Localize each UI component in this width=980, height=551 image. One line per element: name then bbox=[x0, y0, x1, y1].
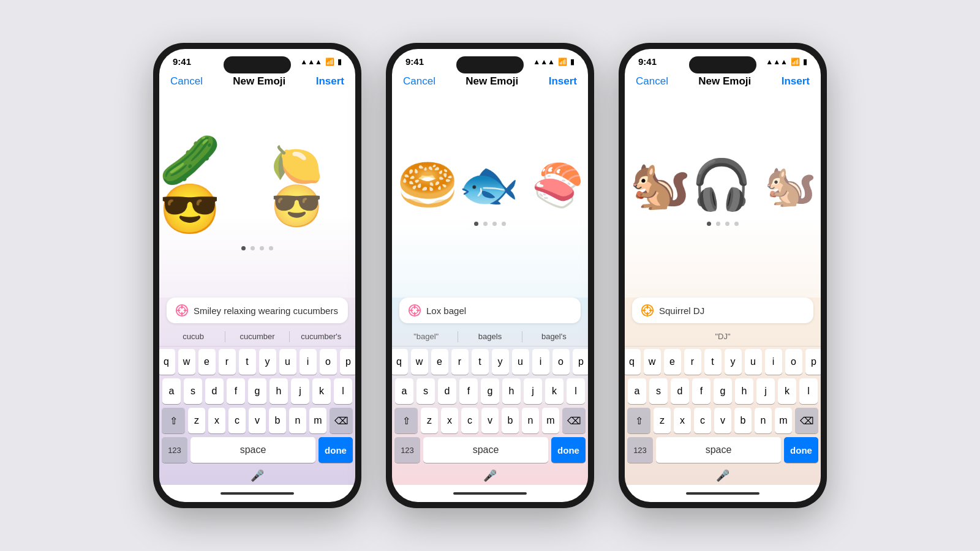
key-q-1[interactable]: q bbox=[159, 349, 175, 375]
key-g-3[interactable]: g bbox=[714, 378, 732, 404]
key-o-3[interactable]: o bbox=[785, 349, 802, 375]
key-y-3[interactable]: y bbox=[725, 349, 742, 375]
key-x-1[interactable]: x bbox=[208, 408, 225, 433]
key-e-1[interactable]: e bbox=[198, 349, 216, 375]
emoji-secondary-3[interactable]: 🐿️ bbox=[764, 164, 816, 206]
key-m-2[interactable]: m bbox=[542, 408, 559, 433]
key-a-2[interactable]: a bbox=[395, 378, 413, 404]
key-i-1[interactable]: i bbox=[300, 349, 317, 375]
dot-2-3[interactable] bbox=[502, 222, 506, 226]
dot-3-3[interactable] bbox=[734, 222, 739, 226]
key-s-3[interactable]: s bbox=[649, 378, 668, 404]
key-p-2[interactable]: p bbox=[573, 349, 589, 375]
key-q-3[interactable]: q bbox=[625, 349, 641, 375]
input-text-1[interactable]: Smiley relaxing wearing cucumbers bbox=[194, 305, 339, 316]
key-l-1[interactable]: l bbox=[334, 378, 352, 404]
delete-key-2[interactable]: ⌫ bbox=[562, 408, 586, 433]
key-d-2[interactable]: d bbox=[438, 378, 456, 404]
input-field-1[interactable]: Smiley relaxing wearing cucumbers bbox=[167, 298, 348, 323]
key-n-3[interactable]: n bbox=[755, 408, 772, 433]
autocomplete-1-0[interactable]: cucub bbox=[162, 331, 225, 342]
emoji-main-1[interactable]: 🥒😎 bbox=[159, 136, 258, 234]
key-b-3[interactable]: b bbox=[734, 408, 752, 433]
key-c-1[interactable]: c bbox=[228, 408, 246, 433]
cancel-button-2[interactable]: Cancel bbox=[403, 75, 435, 88]
key-i-3[interactable]: i bbox=[765, 349, 782, 375]
key-h-3[interactable]: h bbox=[735, 378, 753, 404]
key-t-1[interactable]: t bbox=[239, 349, 256, 375]
key-g-2[interactable]: g bbox=[481, 378, 499, 404]
autocomplete-2-1[interactable]: bagels bbox=[458, 331, 521, 342]
dot-2-1[interactable] bbox=[483, 222, 488, 226]
mic-icon-2[interactable]: 🎤 bbox=[483, 469, 497, 482]
input-text-3[interactable]: Squirrel DJ bbox=[659, 305, 805, 316]
key-j-2[interactable]: j bbox=[524, 378, 542, 404]
key-b-2[interactable]: b bbox=[502, 408, 519, 433]
key-e-3[interactable]: e bbox=[664, 349, 681, 375]
key-w-1[interactable]: w bbox=[178, 349, 195, 375]
key-r-3[interactable]: r bbox=[684, 349, 701, 375]
key-q-2[interactable]: q bbox=[392, 349, 408, 375]
dot-2-0[interactable] bbox=[474, 222, 478, 226]
dot-2-2[interactable] bbox=[492, 222, 497, 226]
done-key-2[interactable]: done bbox=[551, 437, 586, 463]
key-o-1[interactable]: o bbox=[320, 349, 337, 375]
key-m-1[interactable]: m bbox=[309, 408, 326, 433]
dot-3-1[interactable] bbox=[716, 222, 720, 226]
shift-key-1[interactable]: ⇧ bbox=[162, 408, 185, 433]
num-key-2[interactable]: 123 bbox=[394, 437, 420, 463]
delete-key-3[interactable]: ⌫ bbox=[795, 408, 818, 433]
key-a-1[interactable]: a bbox=[162, 378, 181, 404]
key-c-3[interactable]: c bbox=[694, 408, 711, 433]
key-h-1[interactable]: h bbox=[270, 378, 288, 404]
key-z-1[interactable]: z bbox=[188, 408, 205, 433]
key-v-3[interactable]: v bbox=[714, 408, 731, 433]
key-m-3[interactable]: m bbox=[775, 408, 792, 433]
input-text-2[interactable]: Lox bagel bbox=[426, 305, 572, 316]
insert-button-1[interactable]: Insert bbox=[316, 75, 344, 88]
key-z-3[interactable]: z bbox=[654, 408, 671, 433]
autocomplete-3-0[interactable]: "DJ" bbox=[627, 331, 818, 342]
key-n-2[interactable]: n bbox=[522, 408, 539, 433]
dot-1-2[interactable] bbox=[260, 246, 264, 250]
key-t-2[interactable]: t bbox=[472, 349, 489, 375]
key-l-3[interactable]: l bbox=[799, 378, 818, 404]
key-r-2[interactable]: r bbox=[451, 349, 469, 375]
key-c-2[interactable]: c bbox=[461, 408, 478, 433]
key-w-3[interactable]: w bbox=[644, 349, 661, 375]
num-key-3[interactable]: 123 bbox=[627, 437, 653, 463]
key-j-3[interactable]: j bbox=[756, 378, 775, 404]
input-field-2[interactable]: Lox bagel bbox=[399, 298, 581, 323]
dot-1-0[interactable] bbox=[241, 246, 246, 250]
insert-button-2[interactable]: Insert bbox=[549, 75, 577, 88]
mic-icon-1[interactable]: 🎤 bbox=[251, 469, 264, 482]
key-l-2[interactable]: l bbox=[567, 378, 585, 404]
key-u-2[interactable]: u bbox=[512, 349, 529, 375]
key-r-1[interactable]: r bbox=[219, 349, 236, 375]
cancel-button-1[interactable]: Cancel bbox=[170, 75, 203, 88]
autocomplete-2-2[interactable]: bagel's bbox=[522, 331, 586, 342]
dot-3-0[interactable] bbox=[707, 222, 711, 226]
emoji-main-3[interactable]: 🐿️🎧 bbox=[630, 160, 752, 209]
key-v-1[interactable]: v bbox=[249, 408, 266, 433]
key-v-2[interactable]: v bbox=[481, 408, 499, 433]
input-field-3[interactable]: Squirrel DJ bbox=[632, 298, 813, 323]
key-o-2[interactable]: o bbox=[552, 349, 570, 375]
key-f-2[interactable]: f bbox=[459, 378, 478, 404]
num-key-1[interactable]: 123 bbox=[162, 437, 187, 463]
autocomplete-1-2[interactable]: cucumber's bbox=[290, 331, 353, 342]
autocomplete-2-0[interactable]: "bagel" bbox=[394, 331, 458, 342]
space-key-1[interactable]: space bbox=[190, 437, 315, 463]
insert-button-3[interactable]: Insert bbox=[782, 75, 810, 88]
key-u-1[interactable]: u bbox=[279, 349, 296, 375]
key-p-3[interactable]: p bbox=[805, 349, 821, 375]
key-x-3[interactable]: x bbox=[674, 408, 691, 433]
shift-key-3[interactable]: ⇧ bbox=[627, 408, 650, 433]
mic-icon-3[interactable]: 🎤 bbox=[716, 469, 729, 482]
key-k-3[interactable]: k bbox=[778, 378, 796, 404]
key-k-1[interactable]: k bbox=[312, 378, 331, 404]
space-key-2[interactable]: space bbox=[423, 437, 548, 463]
key-y-1[interactable]: y bbox=[259, 349, 276, 375]
emoji-secondary-1[interactable]: 🍋😎 bbox=[271, 143, 355, 227]
key-t-3[interactable]: t bbox=[704, 349, 722, 375]
